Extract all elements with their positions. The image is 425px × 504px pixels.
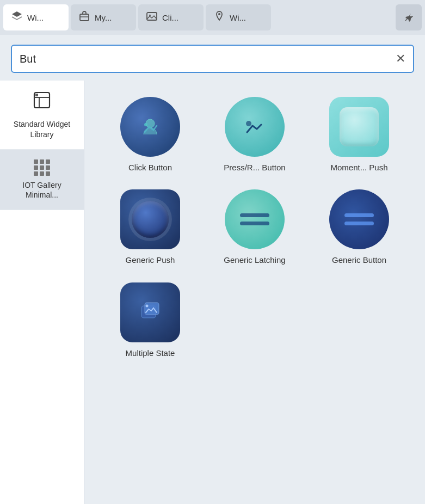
press-release-icon: [225, 97, 285, 157]
latching-lines: [240, 213, 269, 225]
widget-generic-button[interactable]: Generic Button: [310, 184, 409, 271]
tab-widgets[interactable]: Wi...: [3, 4, 69, 30]
grid-box-icon: [32, 90, 52, 115]
widget-press-release[interactable]: Press/R... Button: [205, 91, 304, 179]
briefcase-icon: [78, 10, 90, 25]
image-icon: [146, 10, 158, 25]
dots-grid-icon: [34, 159, 50, 176]
map-pin-icon: [213, 10, 225, 25]
multiple-state-icon: [120, 282, 180, 342]
press-release-label: Press/R... Button: [224, 162, 285, 173]
svg-point-5: [218, 13, 220, 15]
search-input[interactable]: [20, 53, 396, 65]
tab-my-label: My...: [95, 13, 112, 22]
svg-rect-1: [80, 14, 89, 21]
svg-line-6: [405, 19, 408, 21]
search-box: ✕: [11, 45, 414, 73]
widget-multiple-state[interactable]: Multiple State: [101, 277, 200, 364]
widget-grid: Click Button Press/R... Button Moment...…: [84, 81, 425, 504]
svg-marker-0: [12, 11, 22, 17]
generic-button-icon: [329, 189, 389, 249]
widget-momentary-push[interactable]: Moment... Push: [310, 91, 409, 179]
widget-generic-push[interactable]: Generic Push: [101, 184, 200, 271]
pin-button[interactable]: [396, 4, 422, 30]
tab-widget2[interactable]: Wi...: [206, 4, 271, 30]
generic-push-icon: [120, 189, 180, 249]
widget-generic-latching[interactable]: Generic Latching: [205, 184, 304, 271]
tab-client-label: Cli...: [162, 13, 178, 22]
sidebar-iot-label: IOT Gallery Minimal...: [5, 180, 78, 200]
sidebar-item-iot[interactable]: IOT Gallery Minimal...: [0, 150, 84, 210]
search-clear-button[interactable]: ✕: [396, 53, 405, 65]
svg-point-11: [146, 119, 155, 128]
svg-point-16: [146, 304, 149, 307]
tab-widgets-label: Wi...: [27, 13, 44, 22]
tab-bar: Wi... My... Cli... Wi...: [0, 0, 425, 35]
generic-latching-icon: [225, 189, 285, 249]
tab-widget2-label: Wi...: [230, 13, 246, 22]
multiple-state-label: Multiple State: [126, 348, 175, 359]
svg-rect-10: [35, 94, 38, 96]
click-button-label: Click Button: [128, 162, 172, 173]
svg-point-4: [149, 14, 151, 16]
widget-click-button[interactable]: Click Button: [101, 91, 200, 179]
momentary-push-label: Moment... Push: [330, 162, 387, 173]
svg-point-13: [246, 121, 251, 126]
generic-push-inner-circle: [132, 201, 169, 238]
tab-my[interactable]: My...: [71, 4, 136, 30]
momentary-push-icon: [329, 97, 389, 157]
layers-icon: [11, 10, 23, 25]
generic-button-label: Generic Button: [332, 255, 386, 266]
sidebar-standard-label: Standard Widget Library: [5, 119, 78, 139]
click-button-icon: [120, 97, 180, 157]
main-area: Standard Widget Library IOT Gallery Mini…: [0, 81, 425, 504]
generic-latching-label: Generic Latching: [224, 255, 285, 266]
svg-point-12: [144, 123, 147, 126]
generic-push-label: Generic Push: [126, 255, 175, 266]
sidebar: Standard Widget Library IOT Gallery Mini…: [0, 81, 84, 504]
sidebar-item-standard[interactable]: Standard Widget Library: [0, 81, 84, 150]
tab-client[interactable]: Cli...: [138, 4, 204, 30]
search-area: ✕: [0, 35, 425, 81]
svg-rect-3: [147, 13, 157, 20]
momentary-inner-button: [340, 107, 379, 146]
button-lines: [344, 213, 374, 225]
